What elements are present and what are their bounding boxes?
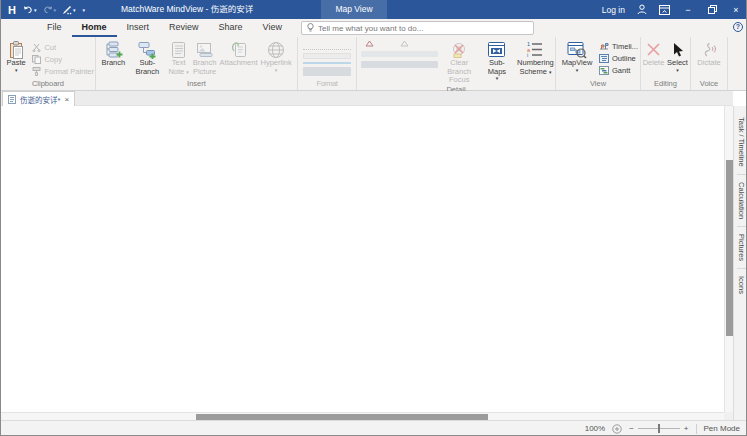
pen-icon (62, 5, 72, 15)
tab-view[interactable]: View (253, 19, 292, 37)
sub-maps-icon (487, 40, 506, 59)
group-clipboard: Paste ▾ Cut Copy Format Painter (1, 37, 96, 90)
text-note-button[interactable]: Text Note ▾ (167, 38, 190, 76)
map-canvas[interactable] (1, 106, 724, 412)
hyperlink-icon (267, 40, 285, 59)
select-caret-icon: ▾ (676, 68, 679, 73)
undo-caret-icon: ▾ (34, 7, 37, 13)
branch-picture-icon (196, 40, 214, 59)
timeline-icon (599, 42, 609, 51)
document-icon (8, 95, 16, 104)
numbering-scheme-button[interactable]: 1ai Numbering Scheme ▾ (517, 38, 554, 76)
undo-icon (23, 5, 33, 14)
font-size-control-disabled (303, 53, 351, 59)
lightbulb-icon (307, 23, 314, 33)
zoom-slider-track[interactable] (638, 428, 680, 429)
paste-icon (9, 40, 24, 59)
fill-color-control-disabled (303, 67, 351, 76)
branch-button[interactable]: Branch (99, 38, 128, 68)
close-button[interactable]: × (724, 0, 747, 19)
format-painter-button[interactable]: Format Painter (30, 65, 94, 77)
vertical-scrollbar-thumb[interactable] (726, 160, 733, 336)
side-tab-icons[interactable]: Icons (737, 268, 746, 301)
copy-button[interactable]: Copy (30, 53, 94, 65)
sub-branch-icon (138, 40, 157, 59)
sub-maps-button[interactable]: Sub-Maps ▾ (480, 38, 514, 81)
status-bar: 100% − + Pen Mode (1, 420, 747, 436)
horizontal-scrollbar[interactable] (1, 412, 724, 420)
ribbon-display-options-icon (659, 5, 670, 15)
hyperlink-button[interactable]: Hyperlink ▾ (258, 38, 294, 73)
group-voice: Dictate Voice (691, 37, 728, 90)
clear-branch-focus-icon (450, 40, 468, 59)
group-insert: Branch Sub-Branch Text Note ▾ (96, 37, 298, 90)
ribbon-display-options-button[interactable] (653, 0, 676, 19)
context-tab-map-view[interactable]: Map View (321, 0, 387, 19)
ribbon-home: Paste ▾ Cut Copy Format Painter (1, 37, 747, 91)
zoom-slider[interactable]: − + (629, 424, 688, 433)
dictate-button[interactable]: Dictate (694, 38, 724, 68)
tab-file[interactable]: File (37, 19, 72, 37)
restore-button[interactable] (700, 0, 724, 19)
clear-branch-focus-button[interactable]: Clear Branch Focus (441, 38, 477, 85)
redo-caret-icon: ▾ (54, 7, 57, 13)
outline-icon (599, 54, 609, 63)
document-tab-close-icon[interactable]: × (64, 95, 69, 104)
help-icon[interactable]: ? (733, 22, 743, 32)
delete-button[interactable]: Delete (642, 38, 665, 68)
customize-qat-button[interactable]: ▾ (80, 0, 88, 19)
outline-button[interactable]: Outline (597, 52, 638, 64)
redo-button[interactable]: ▾ (41, 0, 59, 19)
cut-icon (32, 43, 41, 52)
tab-home[interactable]: Home (72, 19, 117, 37)
pen-tool-button[interactable]: ▾ (60, 0, 78, 19)
scrollbar-corner (724, 412, 733, 420)
zoom-slider-thumb[interactable] (658, 424, 660, 433)
fit-map-icon[interactable] (612, 424, 622, 434)
document-tab-bar: 伤逝的安详* × (1, 91, 733, 106)
group-label-insert: Insert (97, 79, 296, 90)
select-button[interactable]: Select ▾ (666, 38, 689, 73)
mindview-window: H ▾ ▾ ▾ ▾ MatchWare MindView - 伤逝的安详 Map… (0, 0, 747, 436)
sub-branch-button[interactable]: Sub-Branch (128, 38, 167, 76)
dictate-icon (701, 40, 717, 59)
cut-button[interactable]: Cut (30, 41, 94, 53)
document-tab[interactable]: 伤逝的安详* × (2, 91, 75, 106)
mindview-logo: H (5, 4, 19, 16)
side-tab-calculation[interactable]: Calculation (737, 174, 746, 226)
mapview-caret-icon: ▾ (576, 68, 579, 73)
zoom-out-icon[interactable]: − (629, 424, 634, 433)
tab-share[interactable]: Share (209, 19, 253, 37)
gantt-button[interactable]: Gantt (597, 64, 638, 76)
attachment-button[interactable]: Attachment (219, 38, 258, 68)
detail-disabled-controls (361, 38, 438, 68)
restore-icon (708, 5, 717, 14)
quick-access-toolbar: H ▾ ▾ ▾ ▾ (5, 0, 87, 19)
minimize-button[interactable]: − (676, 0, 700, 19)
zoom-in-icon[interactable]: + (684, 424, 689, 433)
select-cursor-icon (672, 40, 684, 59)
person-icon (637, 4, 647, 15)
side-tab-pictures[interactable]: Pictures (737, 226, 746, 268)
tab-review[interactable]: Review (159, 19, 209, 37)
sub-maps-caret-icon: ▾ (496, 76, 499, 81)
mapview-button[interactable]: MapView ▾ (559, 38, 595, 73)
redo-icon (43, 5, 53, 14)
paste-button[interactable]: Paste ▾ (2, 38, 30, 73)
group-label-format: Format (299, 79, 355, 90)
side-panel-tabs: Task / Timeline Calculation Pictures Ico… (733, 106, 747, 420)
pen-mode-toggle[interactable]: Pen Mode (704, 424, 740, 433)
login-button[interactable]: Log in (596, 0, 631, 19)
gantt-icon (599, 66, 609, 75)
tell-me-search-input[interactable]: Tell me what you want to do... (301, 21, 534, 35)
branch-picture-button[interactable]: Branch Picture (190, 38, 219, 76)
statusbar-separator (696, 424, 697, 434)
tab-insert[interactable]: Insert (117, 19, 160, 37)
vertical-scrollbar[interactable] (724, 106, 733, 412)
timeline-button[interactable]: Timeli... (597, 40, 638, 52)
task-data-icon (365, 40, 374, 47)
title-bar: H ▾ ▾ ▾ ▾ MatchWare MindView - 伤逝的安详 Map… (1, 0, 747, 19)
side-tab-task-timeline[interactable]: Task / Timeline (737, 110, 746, 174)
undo-button[interactable]: ▾ (21, 0, 39, 19)
account-button[interactable] (631, 0, 653, 19)
